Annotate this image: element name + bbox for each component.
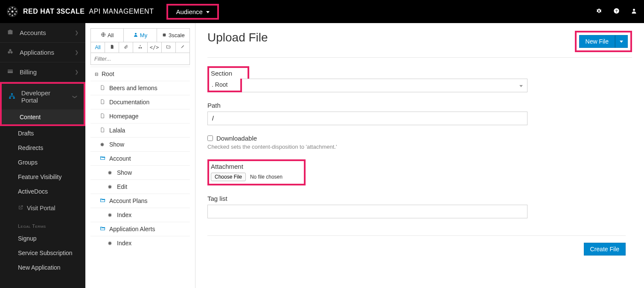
new-file-highlight: New File — [575, 31, 632, 52]
sidebar-sub-content[interactable]: Content — [2, 110, 84, 124]
svg-text:?: ? — [615, 9, 618, 13]
tree-node-folder-application-alerts[interactable]: Application Alerts — [90, 222, 190, 236]
svg-point-8 — [9, 14, 11, 15]
svg-point-12 — [633, 9, 635, 11]
page-icon — [100, 127, 106, 134]
file-status: No file chosen — [250, 174, 283, 180]
form-group-section: Section . Root — [207, 66, 527, 92]
audience-dropdown[interactable]: Audience — [166, 4, 219, 20]
tree-node-builtin[interactable]: ✸ Show — [90, 166, 190, 180]
svg-point-3 — [12, 15, 13, 16]
tree-node-page[interactable]: Homepage — [90, 109, 190, 123]
gear-icon[interactable] — [596, 8, 602, 15]
user-icon — [133, 32, 138, 38]
gear-icon: ✸ — [108, 184, 114, 190]
sidebar-item-applications[interactable]: Applications ❯ — [0, 43, 85, 62]
tree-label: Application Alerts — [109, 226, 155, 232]
tab-label: All — [108, 32, 114, 38]
caret-down-icon — [620, 38, 623, 45]
svg-rect-13 — [8, 70, 13, 73]
filter-partial-icon[interactable] — [133, 42, 147, 53]
tree-node-page[interactable]: Documentation — [90, 95, 190, 109]
svg-point-1 — [12, 11, 13, 12]
tab-all[interactable]: All — [91, 29, 124, 42]
audience-label: Audience — [176, 8, 203, 15]
tree-node-page[interactable]: Lalala — [90, 123, 190, 138]
chevron-right-icon: ❯ — [75, 30, 79, 35]
svg-point-19 — [135, 33, 137, 35]
sidebar-sub-drafts[interactable]: Drafts — [0, 126, 85, 141]
external-link-icon — [18, 205, 23, 212]
user-icon[interactable] — [631, 8, 637, 15]
taglist-label: Tag list — [207, 195, 527, 202]
tree-label: Edit — [117, 183, 127, 190]
svg-rect-17 — [13, 97, 15, 98]
tree-node-builtin[interactable]: ✸ Index — [90, 208, 190, 222]
svg-point-9 — [15, 14, 16, 15]
sidebar-item-accounts[interactable]: Accounts ❯ — [0, 23, 85, 43]
filter-attachment-icon[interactable] — [119, 42, 133, 53]
create-file-button[interactable]: Create File — [584, 243, 626, 256]
section-label: Section — [207, 66, 249, 79]
tab-my[interactable]: My — [124, 29, 157, 42]
svg-point-4 — [8, 11, 9, 12]
tree-label: Homepage — [109, 113, 139, 120]
tree-node-builtin[interactable]: ✸ Index — [90, 236, 190, 250]
section-select-value[interactable]: . Root — [207, 79, 242, 92]
sidebar-item-developer-portal[interactable]: Developer Portal ❯ — [2, 84, 84, 110]
tree-node-folder-account-plans[interactable]: Account Plans — [90, 194, 190, 208]
tree-filter-types: All </> — [91, 42, 189, 53]
new-file-button[interactable]: New File — [579, 35, 615, 48]
sidebar-sub-groups[interactable]: Groups — [0, 155, 85, 170]
sidebar-sub-redirects[interactable]: Redirects — [0, 141, 85, 155]
collapse-icon: ⊟ — [95, 72, 98, 76]
tree-node-builtin[interactable]: ✸ Edit — [90, 180, 190, 194]
content-tree-panel: All My 3scale All — [85, 23, 195, 288]
help-icon[interactable]: ? — [613, 8, 620, 15]
caret-down-icon — [519, 82, 523, 89]
sidebar-label: Applications — [20, 49, 54, 56]
filter-rocket-icon[interactable] — [176, 42, 189, 53]
form-group-downloadable: Downloadable Checked sets the content-di… — [207, 135, 527, 150]
taglist-input[interactable] — [207, 205, 527, 218]
sidebar-sub-new-application[interactable]: New Application — [0, 260, 85, 275]
tree-label: Lalala — [109, 127, 125, 134]
tree-filter-input[interactable] — [91, 53, 189, 65]
downloadable-checkbox[interactable] — [207, 135, 213, 141]
sidebar-item-billing[interactable]: Billing ❯ — [0, 62, 85, 82]
tree-node-folder-account[interactable]: Account — [90, 152, 190, 166]
brand-subtitle: API MANAGEMENT — [89, 8, 154, 15]
attachment-label: Attachment — [211, 163, 283, 170]
tab-3scale[interactable]: 3scale — [157, 29, 189, 42]
svg-point-7 — [15, 9, 16, 10]
form-group-attachment: Attachment Choose File No file chosen — [207, 159, 527, 185]
path-input[interactable] — [207, 112, 527, 125]
sidebar-sub-activedocs[interactable]: ActiveDocs — [0, 184, 85, 199]
sidebar-sub-signup[interactable]: Signup — [0, 231, 85, 246]
page-icon — [100, 113, 106, 120]
svg-rect-16 — [9, 97, 11, 98]
filter-all[interactable]: All — [91, 42, 105, 53]
filter-folder-icon[interactable] — [162, 42, 176, 53]
sidebar-sub-feature-visibility[interactable]: Feature Visibility — [0, 170, 85, 184]
tree-node-page[interactable]: Beers and lemons — [90, 81, 190, 95]
folder-open-icon — [100, 155, 106, 162]
tab-label: 3scale — [169, 32, 185, 38]
path-label: Path — [207, 102, 527, 109]
tree-label: Index — [117, 212, 131, 218]
folder-open-icon — [100, 226, 106, 232]
sidebar-sub-service-subscription[interactable]: Service Subscription — [0, 246, 85, 260]
page-title: Upload File — [207, 31, 268, 44]
filter-page-icon[interactable] — [105, 42, 119, 53]
svg-rect-14 — [8, 71, 13, 71]
new-file-dropdown-toggle[interactable] — [615, 35, 628, 48]
sidebar-visit-portal[interactable]: Visit Portal — [0, 199, 85, 217]
tree-node-root[interactable]: ⊟ Root — [90, 67, 190, 81]
section-select-caret[interactable] — [242, 79, 527, 92]
gear-icon: ✸ — [100, 141, 106, 148]
briefcase-icon — [7, 29, 15, 37]
tree-label: Documentation — [109, 99, 149, 106]
choose-file-button[interactable]: Choose File — [211, 173, 246, 181]
tree-node-builtin[interactable]: ✸ Show — [90, 138, 190, 152]
filter-code-icon[interactable]: </> — [148, 42, 162, 53]
